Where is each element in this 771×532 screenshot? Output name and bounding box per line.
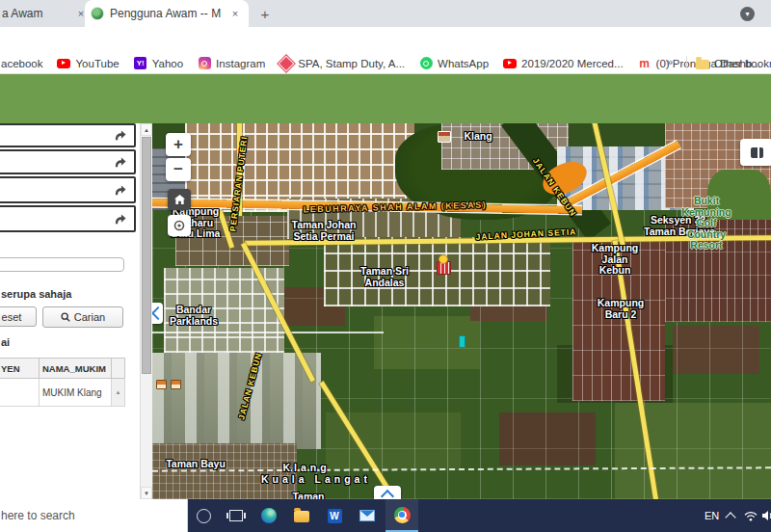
yellow-road xyxy=(237,123,242,216)
site-favicon xyxy=(91,7,104,20)
column-header: YEN xyxy=(0,359,39,379)
carian-button[interactable]: Carian xyxy=(42,306,123,328)
word-icon: W xyxy=(328,509,342,523)
file-explorer-button[interactable] xyxy=(287,499,316,532)
bookmark-items: acebook YouTube Y!Yahoo Instagram SPA, S… xyxy=(1,53,761,73)
results-label: ai xyxy=(1,336,10,348)
chevron-up-icon xyxy=(725,512,735,522)
table-header-row: YEN NAMA_MUKIM xyxy=(0,359,125,379)
locate-button[interactable] xyxy=(168,215,191,236)
accordion-panel[interactable] xyxy=(0,123,136,147)
accordion-panel[interactable] xyxy=(0,205,136,232)
edge-button[interactable] xyxy=(254,499,283,532)
tab-background[interactable]: a Awam × xyxy=(0,0,93,27)
folder-icon xyxy=(696,60,709,69)
task-view-button[interactable] xyxy=(222,499,251,532)
app-header: Sistem Maklumat Perancangan Negeri Selan… xyxy=(0,74,771,123)
cell xyxy=(0,379,39,407)
chevron-left-icon xyxy=(152,306,165,320)
edge-icon xyxy=(261,508,277,523)
task-view-icon xyxy=(229,510,243,521)
cortana-button[interactable] xyxy=(189,499,218,532)
chevron-up-icon xyxy=(381,490,394,499)
word-button[interactable]: W xyxy=(320,499,349,532)
bookmarks-overflow[interactable]: » xyxy=(667,56,673,67)
tab-title: Pengguna Awam -- MPK xyxy=(110,7,222,20)
spa-icon xyxy=(279,55,295,71)
accordion-panel[interactable] xyxy=(0,149,136,174)
redo-arrow-icon xyxy=(113,156,127,169)
mail-icon xyxy=(359,510,375,521)
bookmark-instagram[interactable]: Instagram xyxy=(198,57,265,70)
new-tab-button[interactable]: + xyxy=(254,3,276,24)
mosque-marker-icon xyxy=(439,254,448,264)
layer-sidebar: serupa sahaja eset Carian ai YEN NAMA_MU… xyxy=(0,123,152,499)
yahoo-icon: Y! xyxy=(134,57,146,69)
bookmark-mercedes[interactable]: 2019/2020 Merced... xyxy=(503,57,624,70)
speaker-icon xyxy=(761,510,771,521)
file-explorer-icon xyxy=(294,511,309,522)
bookmarks-bar: acebook YouTube Y!Yahoo Instagram SPA, S… xyxy=(0,53,771,74)
scroll-up-button[interactable]: ▲ xyxy=(141,123,152,136)
locate-icon xyxy=(173,219,186,232)
tab-title: a Awam xyxy=(2,7,69,20)
redo-arrow-icon xyxy=(113,184,127,197)
redo-arrow-icon xyxy=(113,213,127,226)
youtube-icon xyxy=(57,59,70,68)
map-canvas[interactable]: KlangKampung Baharu Batu LimaTaman Johan… xyxy=(152,123,771,499)
accordion-panel[interactable] xyxy=(0,176,136,203)
cell: MUKIM Klang xyxy=(39,379,111,407)
address-bar: Not secure sismaps.jpbdselangor.gov.my/s… xyxy=(0,27,771,53)
sidebar-scrollbar[interactable]: ▲ ▼ xyxy=(140,123,152,499)
basemap-button[interactable] xyxy=(740,139,771,166)
house-marker-icon xyxy=(171,380,181,389)
youtube-icon xyxy=(503,59,517,68)
chrome-button[interactable] xyxy=(386,499,418,532)
bookmark-facebook[interactable]: acebook xyxy=(1,58,42,69)
screen: { "browser": { "tab_background": { "titl… xyxy=(0,0,771,532)
mail-button[interactable] xyxy=(353,499,382,532)
wifi-button[interactable] xyxy=(744,499,758,532)
city-marker-icon xyxy=(438,131,451,143)
results-table: YEN NAMA_MUKIM MUKIM Klang ▲ xyxy=(0,358,125,407)
chrome-icon xyxy=(394,507,411,523)
profile-chevron-icon[interactable]: ▾ xyxy=(740,7,755,21)
taskbar-search[interactable]: here to search xyxy=(0,499,188,532)
filter-note: serupa sahaja xyxy=(1,288,71,300)
redo-arrow-icon xyxy=(113,129,127,142)
house-marker-icon xyxy=(156,380,167,389)
cortana-icon xyxy=(197,509,211,523)
other-bookmarks[interactable]: Other bookmarks xyxy=(696,53,771,73)
table-scroll-up[interactable]: ▲ xyxy=(112,379,125,407)
volume-button[interactable] xyxy=(761,499,771,532)
home-button[interactable] xyxy=(168,189,191,210)
instagram-icon xyxy=(199,57,211,69)
home-icon xyxy=(173,194,186,205)
bookmark-whatsapp[interactable]: WhatsApp xyxy=(419,57,489,70)
close-icon[interactable]: × xyxy=(227,6,243,21)
scrollbar-thumb[interactable] xyxy=(142,137,151,374)
tab-active[interactable]: Pengguna Awam -- MPK × xyxy=(85,0,249,27)
sidebar-collapse-button[interactable] xyxy=(152,303,163,324)
bookmark-yahoo[interactable]: Y!Yahoo xyxy=(134,57,183,70)
proniaga-icon: m xyxy=(638,57,651,70)
attribution-expand-button[interactable] xyxy=(374,486,401,499)
reset-button[interactable]: eset xyxy=(0,306,37,327)
column-header: NAMA_MUKIM xyxy=(39,359,111,379)
filter-input[interactable] xyxy=(0,257,124,272)
bookmark-youtube[interactable]: YouTube xyxy=(57,57,119,70)
table-row[interactable]: MUKIM Klang ▲ xyxy=(0,379,125,407)
search-icon xyxy=(61,312,70,322)
wifi-icon xyxy=(744,511,758,521)
browser-tab-bar: a Awam × Pengguna Awam -- MPK × + ▾ xyxy=(0,0,771,27)
divider xyxy=(686,56,687,69)
zoom-out-button[interactable]: − xyxy=(166,158,191,181)
tray-expand-button[interactable] xyxy=(727,499,734,532)
zoom-in-button[interactable]: + xyxy=(166,133,191,156)
table-scrollbar[interactable] xyxy=(112,359,125,379)
scroll-down-button[interactable]: ▼ xyxy=(141,487,152,499)
windows-taskbar: here to search W EN xyxy=(0,499,771,532)
bookmark-spa[interactable]: SPA, Stamp Duty, A... xyxy=(279,57,405,70)
tray-language[interactable]: EN xyxy=(705,499,719,532)
basemap-icon xyxy=(751,147,763,158)
